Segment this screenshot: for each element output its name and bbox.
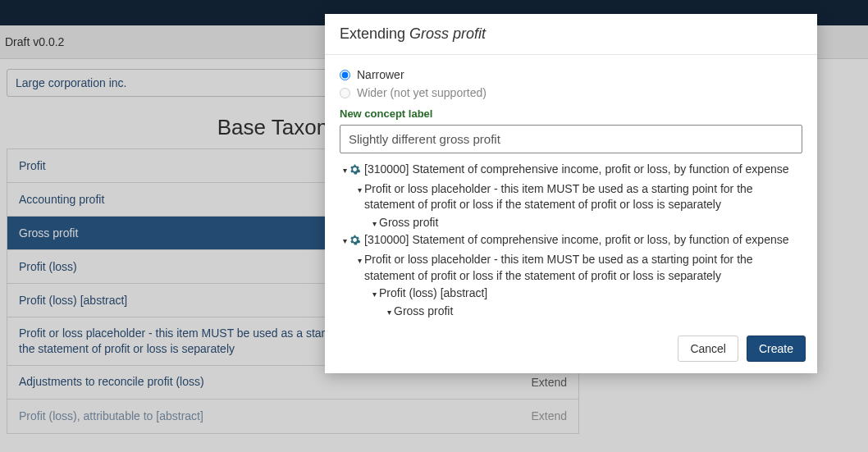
radio-wider-label: Wider (not yet supported) [357, 86, 487, 99]
tree-label: Profit or loss placeholder - this item M… [364, 181, 802, 213]
caret-down-icon[interactable]: ▾ [354, 185, 364, 196]
tree-label: [310000] Statement of comprehensive inco… [364, 162, 802, 178]
tree-node[interactable]: ▾ Profit or loss placeholder - this item… [340, 181, 802, 213]
tree-node[interactable]: ▾ Profit (loss) [abstract] [340, 285, 802, 302]
caret-down-icon[interactable]: ▾ [384, 307, 394, 318]
caret-down-icon[interactable]: ▾ [369, 289, 379, 300]
tree-label: [310000] Statement of comprehensive inco… [364, 232, 802, 249]
tree-node[interactable]: ▾ Profit or loss placeholder - this item… [340, 252, 802, 284]
caret-down-icon[interactable]: ▾ [340, 235, 349, 247]
extend-concept-modal: Extending Gross profit Narrower Wider (n… [325, 14, 817, 373]
tree-label: Profit (loss) [abstract] [379, 285, 802, 302]
radio-narrower-label: Narrower [357, 68, 404, 81]
tree-node[interactable]: ▾ [310000] Statement of comprehensive in… [340, 162, 802, 180]
radio-wider[interactable]: Wider (not yet supported) [340, 86, 802, 99]
modal-title: Extending Gross profit [325, 14, 817, 55]
create-button[interactable]: Create [747, 336, 806, 362]
cancel-button[interactable]: Cancel [678, 336, 738, 362]
caret-down-icon[interactable]: ▾ [340, 165, 349, 176]
caret-down-icon[interactable]: ▾ [369, 218, 379, 230]
tree-label: Gross profit [379, 215, 802, 231]
radio-wider-input [340, 88, 350, 98]
tree-node[interactable]: ▾ Gross profit [340, 215, 802, 231]
gear-icon[interactable] [349, 234, 363, 250]
new-concept-label: New concept label [340, 107, 802, 120]
tree-node[interactable]: ▾ Gross profit [340, 304, 802, 320]
radio-narrower[interactable]: Narrower [340, 68, 802, 81]
new-concept-input[interactable] [340, 125, 802, 153]
modal-title-concept: Gross profit [409, 25, 486, 42]
placement-tree: ▾ [310000] Statement of comprehensive in… [340, 162, 802, 319]
gear-icon[interactable] [349, 163, 363, 180]
caret-down-icon[interactable]: ▾ [354, 255, 364, 267]
radio-narrower-input[interactable] [340, 70, 350, 80]
tree-node[interactable]: ▾ [310000] Statement of comprehensive in… [340, 232, 802, 250]
modal-title-prefix: Extending [340, 25, 409, 42]
tree-label: Profit or loss placeholder - this item M… [364, 252, 802, 284]
tree-label: Gross profit [394, 304, 802, 320]
